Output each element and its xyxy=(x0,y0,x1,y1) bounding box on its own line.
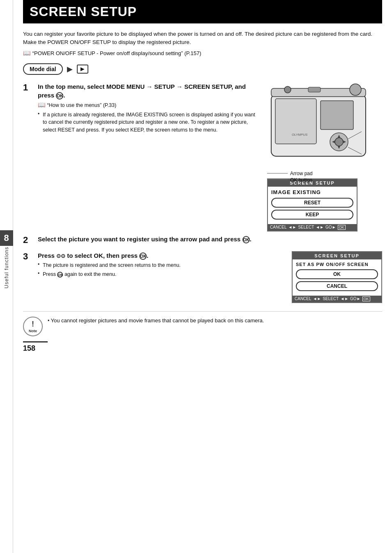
svg-rect-2 xyxy=(321,101,353,130)
screen2-footer: CANCEL ◄► SELECT ◄► GO► OK xyxy=(293,296,381,302)
sidebar-chapter-label: Useful functions xyxy=(4,247,9,288)
screen2-footer-go: GO► xyxy=(350,296,360,301)
svg-text:OLYMPUS: OLYMPUS xyxy=(292,133,308,137)
note-text: • You cannot register pictures and movie… xyxy=(48,317,264,325)
page-number: 158 xyxy=(23,341,48,353)
steps-left: 1 In the top menu, select MODE MENU → SE… xyxy=(23,82,267,231)
screen1-footer: CANCEL ◄► SELECT ◄► GO► OK xyxy=(268,224,357,231)
page-title: SCREEN SETUP xyxy=(23,0,382,23)
intro-ref: 📖 “POWER ON/OFF SETUP - Power on/off dis… xyxy=(23,49,382,57)
screen2-footer-arrows2: ◄► xyxy=(340,296,348,301)
step-1-title: In the top menu, select MODE MENU → SETU… xyxy=(38,82,261,99)
bullet-dot-2: • xyxy=(38,271,43,276)
step-3-area: 3 Press ⊙⊙ to select OK, then press OK. … xyxy=(23,251,382,303)
svg-point-4 xyxy=(350,84,361,95)
bullet-dot-1: • xyxy=(38,261,43,267)
step-1-number: 1 xyxy=(23,82,35,93)
main-content: SCREEN SETUP You can register your favor… xyxy=(13,0,392,363)
screen2-body: SET AS PW ON/OFF SCREEN OK CANCEL xyxy=(293,259,381,296)
ok-circle-icon-3: OK xyxy=(139,252,147,260)
ok-button-label: OK button xyxy=(290,177,312,183)
note-label: Note xyxy=(29,329,37,333)
ok-button-label-row: OK button xyxy=(267,177,374,183)
screen1-btn-keep: KEEP xyxy=(271,210,353,220)
ok-circle-icon-2: OK xyxy=(242,236,250,243)
svg-rect-1 xyxy=(275,99,316,144)
ok-circle-icon: OK xyxy=(56,92,63,99)
step-1-bullet-text: If a picture is already registered, the … xyxy=(43,111,261,134)
note-section: ! Note • You cannot register pictures an… xyxy=(23,311,382,336)
sidebar: 8 Useful functions xyxy=(0,0,13,553)
note-icon: ! Note xyxy=(23,317,43,336)
screen2-footer-ok: OK xyxy=(362,296,370,301)
step-2-title: Select the picture you want to register … xyxy=(38,235,382,243)
step-3-left: 3 Press ⊙⊙ to select OK, then press OK. … xyxy=(23,251,292,303)
camera-labels: Arrow pad OK button xyxy=(267,171,374,183)
screen1-footer-arrows1: ◄► xyxy=(288,225,297,229)
step-1-content: In the top menu, select MODE MENU → SETU… xyxy=(38,82,261,135)
mode-dial-row: Mode dial ▶ ► xyxy=(23,63,382,75)
arrow-right-icon: ▶ xyxy=(67,65,73,74)
screen1-body: IMAGE EXISTING RESET KEEP xyxy=(268,187,357,224)
screen1-footer-select: SELECT xyxy=(298,225,314,229)
svg-point-8 xyxy=(335,138,343,146)
book-icon: 📖 xyxy=(23,49,31,56)
step-3-title: Press ⊙⊙ to select OK, then press OK. xyxy=(38,251,285,260)
camera-illustration: OLYMPUS Arrow pad OK button xyxy=(267,82,374,169)
screen2-footer-select: SELECT xyxy=(323,296,339,301)
bullet-dot: • xyxy=(38,111,43,117)
arrow-pad-label-row: Arrow pad xyxy=(267,171,374,176)
intro-paragraph: You can register your favorite picture t… xyxy=(23,30,382,47)
sidebar-chapter-number: 8 xyxy=(0,230,13,246)
ok-circle-sm-icon: OK xyxy=(57,272,63,278)
step-3: 3 Press ⊙⊙ to select OK, then press OK. … xyxy=(23,251,285,280)
step-3-content: Press ⊙⊙ to select OK, then press OK. • … xyxy=(38,251,285,280)
step-3-bullet-2: • Press OK again to exit the menu. xyxy=(38,271,285,278)
mode-dial-label: Mode dial xyxy=(23,63,63,75)
screen1-title: IMAGE EXISTING xyxy=(271,189,353,195)
camera-svg: OLYMPUS xyxy=(267,82,374,169)
screen2-title: SET AS PW ON/OFF SCREEN xyxy=(296,262,378,267)
arrow-pad-label: Arrow pad xyxy=(290,171,313,176)
step-3-number: 3 xyxy=(23,251,35,262)
book-icon-2: 📖 xyxy=(38,101,46,108)
playback-icon: ► xyxy=(77,65,88,74)
step-3-right: SCREEN SETUP SET AS PW ON/OFF SCREEN OK … xyxy=(292,251,382,303)
svg-point-5 xyxy=(284,86,291,93)
screen2-btn-ok: OK xyxy=(296,269,378,279)
step-1-ref: 📖 “How to use the menus” (P.33) xyxy=(38,101,261,109)
steps-right: OLYMPUS Arrow pad OK button xyxy=(267,82,382,231)
step-1: 1 In the top menu, select MODE MENU → SE… xyxy=(23,82,261,135)
svg-rect-6 xyxy=(308,87,321,92)
screen1-btn-reset: RESET xyxy=(271,198,353,208)
screen1-footer-text: CANCEL xyxy=(270,225,287,229)
screen-mockup-1: SCREEN SETUP IMAGE EXISTING RESET KEEP C… xyxy=(267,178,357,231)
step-2: 2 Select the picture you want to registe… xyxy=(23,235,382,245)
screen2-footer-arrows1: ◄► xyxy=(313,296,321,301)
step-3-bullet-text-2: Press OK again to exit the menu. xyxy=(43,271,116,278)
arrow-pad-label-line xyxy=(267,173,288,174)
steps-area: 1 In the top menu, select MODE MENU → SE… xyxy=(23,82,382,231)
screen2-footer-cancel: CANCEL xyxy=(295,296,311,301)
screen-mockup-2: SCREEN SETUP SET AS PW ON/OFF SCREEN OK … xyxy=(292,251,382,303)
screen1-footer-ok: OK xyxy=(338,225,346,230)
step-3-bullet-text-1: The picture is registered and the screen… xyxy=(43,261,181,269)
step-2-number: 2 xyxy=(23,235,35,245)
ok-button-label-line xyxy=(267,180,288,180)
step-2-content: Select the picture you want to register … xyxy=(38,235,382,245)
step-1-bullet: • If a picture is already registered, th… xyxy=(38,111,261,134)
screen1-footer-go: GO► xyxy=(325,225,336,229)
step-3-bullet-1: • The picture is registered and the scre… xyxy=(38,261,285,269)
note-exclamation: ! xyxy=(32,320,34,329)
screen1-footer-arrows2: ◄► xyxy=(316,225,324,229)
screen2-header: SCREEN SETUP xyxy=(293,252,381,259)
screen2-btn-cancel: CANCEL xyxy=(296,281,378,291)
